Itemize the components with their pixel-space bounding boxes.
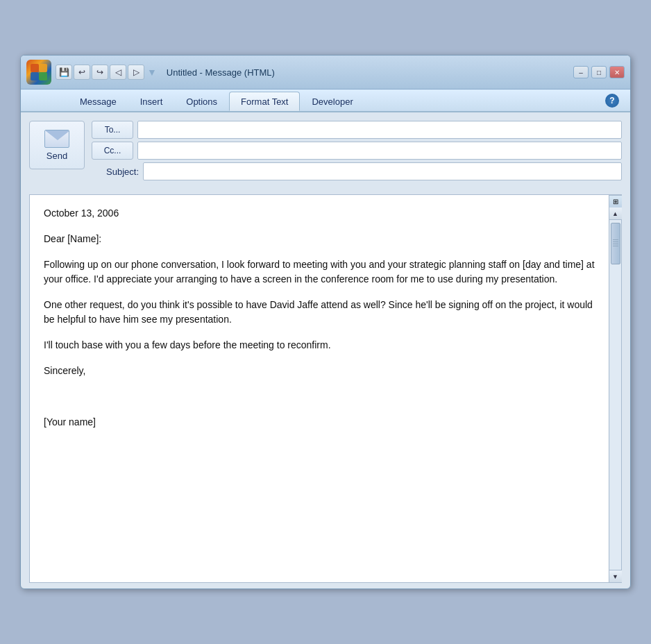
subject-row: Subject: [92,162,622,180]
send-button[interactable]: Send [29,121,85,169]
toolbar-separator: ▼ [147,67,157,78]
email-signature: [Your name] [44,415,595,430]
svg-rect-2 [31,72,39,80]
email-closing: Sincerely, [44,364,595,378]
scroll-down-button[interactable]: ▼ [609,570,622,582]
email-form: Send To... Cc... Subject: [21,112,630,192]
undo-button[interactable]: ↩ [74,65,90,80]
scroll-thumb[interactable] [611,223,620,264]
tab-message[interactable]: Message [68,92,128,111]
email-fields: To... Cc... Subject: [92,121,622,183]
outlook-window: 💾 ↩ ↪ ◁ ▷ ▼ Untitled - Message (HTML) – … [20,55,631,589]
cc-button[interactable]: Cc... [92,142,133,160]
subject-label: Subject: [92,167,139,177]
to-input[interactable] [137,121,622,139]
tab-format-text[interactable]: Format Text [229,92,300,111]
save-button[interactable]: 💾 [56,65,72,80]
send-area: Send To... Cc... Subject: [29,118,622,186]
ribbon-tab-row: Message Insert Options Format Text Devel… [21,90,630,111]
to-button[interactable]: To... [92,121,133,139]
scroll-track[interactable] [610,220,621,570]
title-bar: 💾 ↩ ↪ ◁ ▷ ▼ Untitled - Message (HTML) – … [21,56,630,90]
title-bar-left: 💾 ↩ ↪ ◁ ▷ ▼ Untitled - Message (HTML) [26,60,275,85]
maximize-button[interactable]: □ [591,66,607,78]
title-controls: – □ ✕ [573,66,625,78]
email-paragraph3: I'll touch base with you a few days befo… [44,338,595,353]
help-icon[interactable]: ? [605,94,619,108]
scroll-grip [613,239,618,248]
send-label: Send [46,151,67,161]
email-body[interactable]: October 13, 2006 Dear [Name]: Following … [30,195,609,582]
tab-insert[interactable]: Insert [128,92,175,111]
to-row: To... [92,121,622,139]
minimize-button[interactable]: – [573,66,589,78]
office-logo [26,60,51,85]
email-paragraph1: Following up on our phone conversation, … [44,257,595,287]
forward-button[interactable]: ▷ [128,65,144,80]
back-button[interactable]: ◁ [110,65,126,80]
svg-rect-3 [39,72,47,80]
corner-icon: ⊞ [609,195,622,207]
email-paragraph2: One other request, do you think it's pos… [44,298,595,327]
tab-options[interactable]: Options [174,92,229,111]
tab-developer[interactable]: Developer [300,92,364,111]
cc-input[interactable] [137,142,622,160]
subject-input[interactable] [143,162,622,180]
email-body-container: October 13, 2006 Dear [Name]: Following … [29,194,622,583]
scrollbar: ⊞ ▲ ▼ [609,195,621,582]
toolbar-buttons: 💾 ↩ ↪ ◁ ▷ ▼ [56,65,158,80]
email-date: October 13, 2006 [44,206,595,221]
email-greeting: Dear [Name]: [44,232,595,246]
ribbon: Message Insert Options Format Text Devel… [21,90,630,112]
send-envelope-icon [44,130,69,148]
svg-rect-1 [39,64,47,72]
window-title: Untitled - Message (HTML) [167,67,275,78]
svg-rect-0 [31,64,39,72]
ribbon-tabs: Message Insert Options Format Text Devel… [26,90,407,111]
close-button[interactable]: ✕ [609,66,625,78]
redo-button[interactable]: ↪ [92,65,108,80]
cc-row: Cc... [92,142,622,160]
scroll-up-button[interactable]: ▲ [609,207,622,220]
